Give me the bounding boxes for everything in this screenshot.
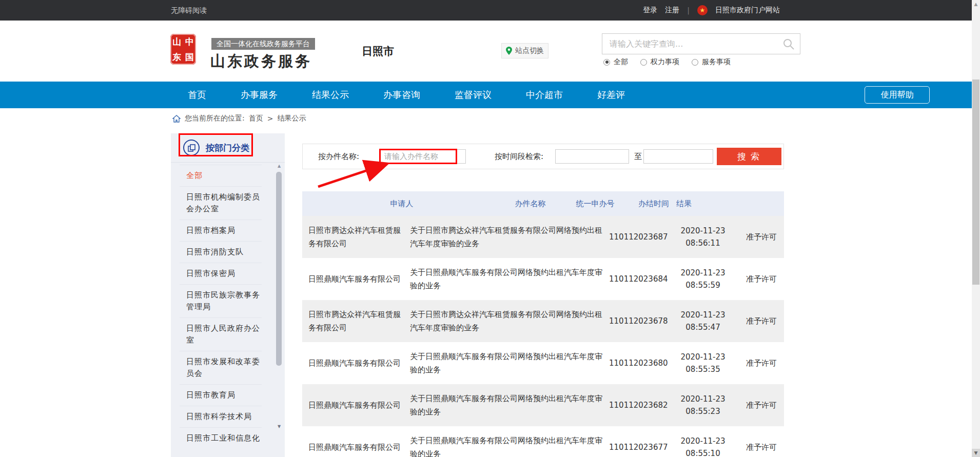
page-scroll-down-icon[interactable]: ▼ [972, 449, 980, 457]
keyword-search [602, 33, 800, 54]
department-item[interactable]: 日照市民族宗教事务管理局 [180, 284, 262, 317]
finish-date: 2020-11-23 [667, 393, 739, 405]
breadcrumb-prefix: 您当前所在的位置: [185, 114, 245, 123]
site-switch-button[interactable]: 站点切换 [501, 43, 548, 58]
finish-clock: 08:55:47 [667, 321, 739, 333]
scope-radio-option[interactable]: 服务事项 [692, 57, 731, 67]
cell-finish-time: 2020-11-23 08:56:11 [667, 225, 739, 249]
table-header-cell: 办结时间 [631, 199, 676, 209]
portal-site-link[interactable]: 日照市政府门户网站 [715, 6, 780, 15]
topbar: 无障碍阅读 登录 注册 | ★ 日照市政府门户网站 [0, 0, 980, 21]
nav-item[interactable]: 办事服务 [241, 89, 278, 101]
table-row[interactable]: 日照市腾达众祥汽车租赁服务有限公司 关于日照市腾达众祥汽车租赁服务有限公司网络预… [302, 216, 784, 258]
scroll-up-icon[interactable]: ▲ [275, 164, 283, 170]
nav-item[interactable]: 结果公示 [312, 89, 349, 101]
department-item[interactable]: 日照市工业和信息化 [180, 427, 262, 449]
seal-char: 中 [183, 34, 196, 49]
cell-applicant: 日照鼎顺汽车服务有限公司 [302, 356, 410, 370]
table-row[interactable]: 日照鼎顺汽车服务有限公司 关于日照鼎顺汽车服务有限公司网络预约出租汽车年度审验的… [302, 258, 784, 300]
filter-form: 按办件名称: 按时间段检索: 至 搜索 [302, 144, 784, 169]
scope-radio-option[interactable]: 全部 [603, 57, 628, 67]
cell-result: 准予许可 [739, 441, 784, 454]
table-row[interactable]: 日照市腾达众祥汽车租赁服务有限公司 关于日照市腾达众祥汽车租赁服务有限公司网络预… [302, 300, 784, 342]
cell-finish-time: 2020-11-23 08:55:35 [667, 351, 739, 375]
scroll-down-icon[interactable]: ▼ [275, 424, 283, 430]
table-row[interactable]: 日照鼎顺汽车服务有限公司 关于日照鼎顺汽车服务有限公司网络预约出租汽车年度审验的… [302, 384, 784, 426]
department-item-label: 日照市机构编制委员会办公室 [186, 192, 260, 213]
register-link[interactable]: 注册 [665, 6, 679, 15]
cell-applicant: 日照鼎顺汽车服务有限公司 [302, 272, 410, 286]
scope-radio-option[interactable]: 权力事项 [640, 57, 679, 67]
main-nav: 首页办事服务结果公示办事咨询监督评议中介超市好差评 使用帮助 [0, 82, 980, 108]
page-scrollbar-thumb[interactable] [972, 80, 979, 285]
site-switch-label: 站点切换 [515, 46, 544, 55]
cell-apply-no: 110112023678 [609, 314, 667, 328]
department-item[interactable]: 全部 [180, 165, 262, 186]
finish-clock: 08:56:11 [667, 237, 739, 249]
cell-finish-time: 2020-11-23 08:55:47 [667, 309, 739, 333]
scope-radio-label: 全部 [614, 57, 628, 67]
department-item-label: 日照市人民政府办公室 [186, 324, 260, 345]
category-icon [183, 140, 200, 156]
page-scrollbar[interactable]: ▲ ▼ [972, 0, 980, 457]
breadcrumb-separator: > [267, 114, 273, 123]
sidebar-title-row: 按部门分类 [171, 133, 285, 163]
page-scroll-up-icon[interactable]: ▲ [972, 0, 980, 8]
brand-title: 山东政务服务 [210, 51, 312, 72]
sidebar-scrollbar[interactable]: ▲ ▼ [275, 163, 283, 436]
search-button[interactable]: 搜索 [717, 148, 781, 165]
search-icon[interactable] [782, 38, 795, 50]
cell-result: 准予许可 [739, 314, 784, 328]
department-item-label: 全部 [186, 171, 203, 180]
table-row[interactable]: 日照鼎顺汽车服务有限公司 关于日照鼎顺汽车服务有限公司网络预约出租汽车年度审验的… [302, 426, 784, 457]
department-item[interactable]: 日照市消防支队 [180, 241, 262, 263]
date-to-input[interactable] [643, 149, 713, 164]
name-filter-input[interactable] [380, 149, 466, 164]
home-icon [172, 115, 181, 123]
login-link[interactable]: 登录 [643, 6, 657, 15]
accessibility-link[interactable]: 无障碍阅读 [171, 0, 207, 21]
department-item[interactable]: 日照市保密局 [180, 263, 262, 284]
department-item-label: 日照市档案局 [186, 226, 236, 235]
name-filter-label: 按办件名称: [318, 144, 359, 169]
nav-item[interactable]: 办事咨询 [383, 89, 420, 101]
nav-item[interactable]: 监督评议 [455, 89, 492, 101]
department-item[interactable]: 日照市人民政府办公室 [180, 317, 262, 351]
table-body: 日照市腾达众祥汽车租赁服务有限公司 关于日照市腾达众祥汽车租赁服务有限公司网络预… [302, 216, 784, 457]
table-header-cell: 办件名称 [501, 199, 559, 209]
department-item-label: 日照市消防支队 [186, 247, 244, 256]
cell-apply-no: 110112023687 [609, 230, 667, 244]
department-item[interactable]: 日照市档案局 [180, 220, 262, 241]
shandong-seal-logo: 山中东国 [170, 34, 196, 65]
search-scope-radios: 全部 权力事项 服务事项 [603, 57, 731, 67]
nav-item[interactable]: 首页 [188, 89, 206, 101]
breadcrumb-home[interactable]: 首页 [249, 114, 263, 123]
cell-apply-no: 110112023684 [609, 272, 667, 286]
scope-radio-label: 服务事项 [702, 57, 731, 67]
department-item-label: 日照市保密局 [186, 269, 236, 278]
department-item[interactable]: 日照市教育局 [180, 384, 262, 406]
nav-item[interactable]: 好差评 [597, 89, 625, 101]
location-pin-icon [506, 47, 512, 55]
department-item-label: 日照市发展和改革委员会 [186, 357, 260, 378]
finish-clock: 08:55:10 [667, 447, 739, 457]
nav-item[interactable]: 中介超市 [526, 89, 563, 101]
keyword-search-input[interactable] [602, 34, 800, 54]
finish-clock: 08:55:59 [667, 279, 739, 291]
table-row[interactable]: 日照鼎顺汽车服务有限公司 关于日照鼎顺汽车服务有限公司网络预约出租汽车年度审验的… [302, 342, 784, 384]
cell-item-name: 关于日照鼎顺汽车服务有限公司网络预约出租汽车年度审验的业务 [410, 434, 609, 457]
sidebar-scrollbar-thumb[interactable] [276, 172, 282, 366]
radio-icon [692, 59, 698, 66]
department-item[interactable]: 日照市科学技术局 [180, 406, 262, 427]
time-filter-label: 按时间段检索: [495, 144, 543, 169]
breadcrumb-current: 结果公示 [277, 114, 306, 123]
radio-icon [603, 59, 610, 66]
department-item[interactable]: 日照市机构编制委员会办公室 [180, 186, 262, 220]
cell-result: 准予许可 [739, 399, 784, 412]
department-list: 全部 日照市机构编制委员会办公室 日照市档案局 日照市消防支队 日照市保密局 [171, 163, 277, 449]
cell-applicant: 日照鼎顺汽车服务有限公司 [302, 441, 410, 454]
national-emblem-icon: ★ [697, 5, 708, 15]
help-button[interactable]: 使用帮助 [865, 86, 930, 104]
date-from-input[interactable] [555, 149, 629, 164]
department-item[interactable]: 日照市发展和改革委员会 [180, 351, 262, 384]
